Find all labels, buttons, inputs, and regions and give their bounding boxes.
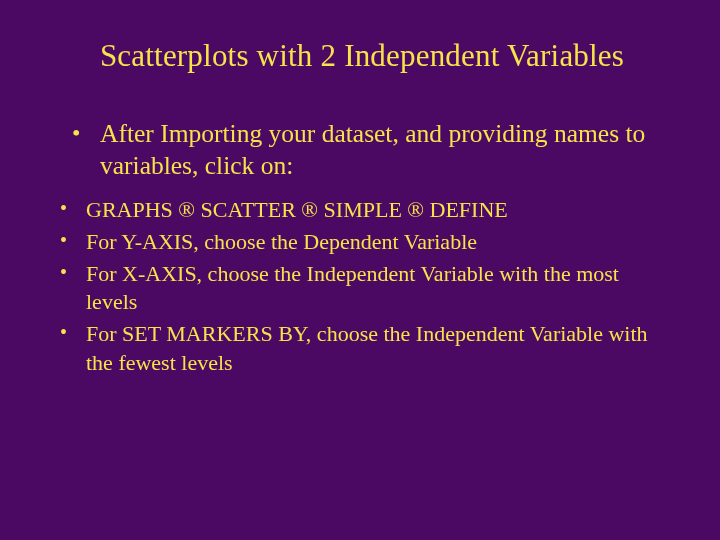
- primary-bullet-item: After Importing your dataset, and provid…: [72, 118, 672, 182]
- slide-title: Scatterplots with 2 Independent Variable…: [52, 38, 672, 74]
- primary-bullet-list: After Importing your dataset, and provid…: [72, 118, 672, 182]
- secondary-bullet-item: For X-AXIS, choose the Independent Varia…: [60, 260, 672, 316]
- secondary-bullet-list: GRAPHS ® SCATTER ® SIMPLE ® DEFINE For Y…: [60, 196, 672, 377]
- secondary-bullet-item: GRAPHS ® SCATTER ® SIMPLE ® DEFINE: [60, 196, 672, 224]
- secondary-bullet-item: For SET MARKERS BY, choose the Independe…: [60, 320, 672, 376]
- secondary-bullet-item: For Y-AXIS, choose the Dependent Variabl…: [60, 228, 672, 256]
